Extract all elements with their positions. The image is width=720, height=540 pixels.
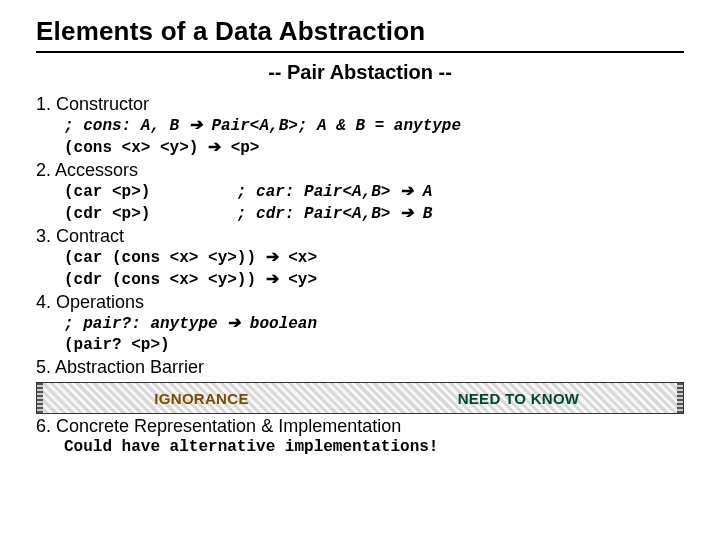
arrow-icon: ➔ — [266, 248, 279, 265]
arrow-icon: ➔ — [208, 138, 221, 155]
barrier-label-need: NEED TO KNOW — [360, 390, 677, 407]
arrow-icon: ➔ — [400, 182, 413, 199]
code-cons-call: (cons <x> <y>) ➔ <p> — [64, 137, 684, 158]
arrow-icon: ➔ — [266, 270, 279, 287]
slide: Elements of a Data Abstraction -- Pair A… — [0, 0, 720, 457]
section-contract: 3. Contract — [36, 226, 684, 247]
code-pairq-call: (pair? <p>) — [64, 335, 684, 355]
code-pairq-sig: ; pair?: anytype ➔ boolean — [64, 313, 684, 334]
arrow-icon: ➔ — [227, 314, 240, 331]
code-cons-sig: ; cons: A, B ➔ Pair<A,B>; A & B = anytyp… — [64, 115, 684, 136]
code-cdr: (cdr <p>) ; cdr: Pair<A,B> ➔ B — [64, 203, 684, 224]
impl-note: Could have alternative implementations! — [64, 437, 684, 457]
arrow-icon: ➔ — [189, 116, 202, 133]
code-car: (car <p>) ; car: Pair<A,B> ➔ A — [64, 181, 684, 202]
section-barrier: 5. Abstraction Barrier — [36, 357, 684, 378]
barrier-bar: IGNORANCE NEED TO KNOW — [36, 382, 684, 414]
code-contract-cdr: (cdr (cons <x> <y>)) ➔ <y> — [64, 269, 684, 290]
section-constructor: 1. Constructor — [36, 94, 684, 115]
code-contract-car: (car (cons <x> <y>)) ➔ <x> — [64, 247, 684, 268]
subtitle: -- Pair Abstaction -- — [36, 61, 684, 84]
page-title: Elements of a Data Abstraction — [36, 16, 684, 53]
barrier-label-ignorance: IGNORANCE — [43, 390, 360, 407]
abstraction-barrier: IGNORANCE NEED TO KNOW — [36, 382, 684, 414]
grip-icon — [677, 383, 683, 413]
section-operations: 4. Operations — [36, 292, 684, 313]
section-accessors: 2. Accessors — [36, 160, 684, 181]
arrow-icon: ➔ — [400, 204, 413, 221]
section-implementation: 6. Concrete Representation & Implementat… — [36, 416, 684, 437]
